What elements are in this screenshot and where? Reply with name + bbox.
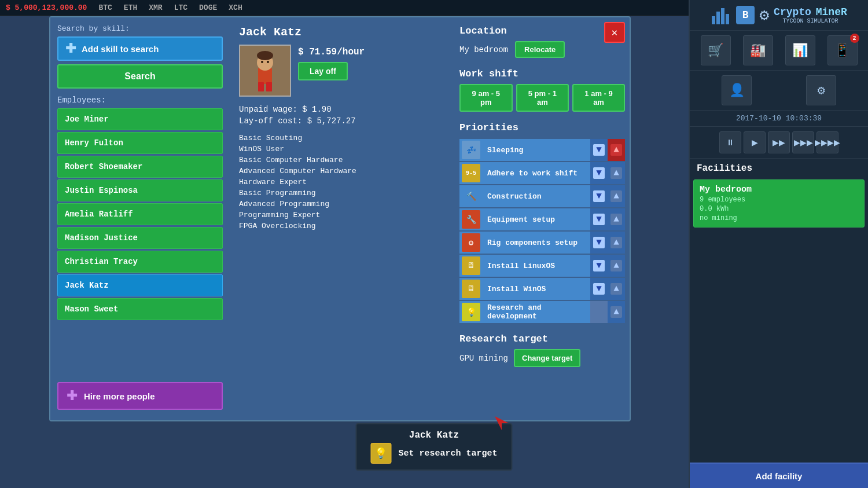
priority-research-up[interactable]: ▲	[608, 301, 625, 323]
employee-jack-katz[interactable]: Jack Katz	[57, 274, 223, 296]
employee-joe-miner[interactable]: Joe Miner	[57, 108, 223, 130]
employee-name-title: Jack Katz	[239, 25, 443, 39]
location-row: My bedroom Relocate	[459, 41, 625, 58]
priority-research: 💡 Research and development ▲	[459, 301, 625, 323]
priority-equipment-down[interactable]: ▼	[590, 208, 608, 230]
priority-rig-name: Rig components setup	[483, 232, 590, 254]
add-skill-plus-icon: ✚	[65, 41, 76, 56]
layoff-label: Lay off	[310, 67, 336, 76]
tooltip-research-icon: 💡	[370, 443, 391, 464]
priority-equipment-name: Equipment setup	[483, 208, 590, 230]
person-icon[interactable]: 👤	[722, 75, 752, 105]
fast-forward-button[interactable]: ▶▶	[768, 131, 790, 153]
factory-icon[interactable]: 🏭	[743, 35, 773, 65]
priority-linux-up[interactable]: ▲	[608, 255, 625, 277]
svg-rect-6	[258, 82, 264, 91]
priority-equipment: 🔧 Equipment setup ▼ ▲	[459, 208, 625, 230]
shift-5pm-1am[interactable]: 5 pm - 1 am	[516, 84, 569, 112]
sidebar-bottom-icons: 👤 ⚙	[690, 71, 868, 111]
employee-henry-fulton[interactable]: Henry Fulton	[57, 132, 223, 154]
tooltip-action: Set research target	[398, 449, 497, 458]
skill-basic-computer-hardware: Basic Computer Hardware	[239, 156, 443, 164]
priority-windows-name: Install WinOS	[483, 278, 590, 300]
layoff-button[interactable]: Lay off	[298, 62, 348, 80]
priority-linux-down[interactable]: ▼	[590, 255, 608, 277]
priority-sleeping-down[interactable]: ▼	[590, 139, 608, 161]
priority-construction-up[interactable]: ▲	[608, 185, 625, 207]
svg-rect-10	[721, 8, 724, 24]
sleeping-icon: 💤	[462, 141, 480, 159]
priority-research-down[interactable]	[590, 301, 608, 323]
facility-employees: 9 employees	[700, 196, 858, 204]
priority-rig-down[interactable]: ▼	[590, 232, 608, 254]
research-target-row: GPU mining Change target	[459, 349, 625, 367]
b-badge: B	[736, 6, 755, 24]
hire-more-people-button[interactable]: ✚ Hire more people	[57, 382, 223, 410]
priority-sleeping-up[interactable]: ▲	[608, 139, 625, 161]
employee-mason-sweet[interactable]: Mason Sweet	[57, 298, 223, 320]
priority-rig-up[interactable]: ▲	[608, 232, 625, 254]
relocate-button[interactable]: Relocate	[515, 41, 565, 58]
priority-sleeping: 💤 Sleeping ▼ ▲	[459, 139, 625, 161]
priority-sleeping-name: Sleeping	[483, 139, 590, 161]
priority-windows: 🖥 Install WinOS ▼ ▲	[459, 278, 625, 300]
faster-button[interactable]: ▶▶▶	[792, 131, 814, 153]
unpaid-wage-display: Unpaid wage: $ 1.90	[239, 105, 443, 114]
construction-icon: 🔨	[462, 187, 480, 206]
priority-work-shift-up[interactable]: ▲	[608, 162, 625, 184]
right-sidebar: B ⚙ Crypto MineR TYCOON SIMULATOR 🛒 🏭 📊 …	[689, 0, 868, 488]
pause-button[interactable]: ⏸	[719, 131, 741, 153]
priority-work-shift-name: Adhere to work shift	[483, 162, 590, 184]
skill-hardware-expert: Hardware Expert	[239, 178, 443, 186]
priority-work-shift-down[interactable]: ▼	[590, 162, 608, 184]
bar-chart-icon	[711, 5, 731, 25]
chart-icon[interactable]: 📊	[785, 35, 815, 65]
priority-windows-up[interactable]: ▲	[608, 278, 625, 300]
search-by-skill-label: Search by skill:	[57, 24, 223, 33]
search-button[interactable]: Search	[57, 64, 223, 89]
crypto-subtitle: TYCOON SIMULATOR	[774, 18, 847, 24]
priority-windows-down[interactable]: ▼	[590, 278, 608, 300]
wage-section: $ 71.59/hour Lay off	[298, 45, 365, 80]
shift-row: 9 am - 5 pm 5 pm - 1 am 1 am - 9 am	[459, 84, 625, 112]
add-facility-button[interactable]: Add facility	[690, 463, 868, 488]
priority-construction-down[interactable]: ▼	[590, 185, 608, 207]
close-button[interactable]: ✕	[604, 22, 625, 43]
cart-icon[interactable]: 🛒	[701, 35, 731, 65]
employee-madison-justice[interactable]: Madison Justice	[57, 227, 223, 249]
employee-list: Joe Miner Henry Fulton Robert Shoemaker …	[57, 108, 223, 320]
add-skill-button[interactable]: ✚ Add skill to search	[57, 36, 223, 61]
skills-list: Basic Scouting WinOS User Basic Computer…	[239, 134, 443, 230]
priority-construction-name: Construction	[483, 185, 590, 207]
facility-power: 0.0 kWh	[700, 205, 858, 213]
tooltip-name: Jack Katz	[370, 430, 497, 441]
priority-equipment-up[interactable]: ▲	[608, 208, 625, 230]
play-button[interactable]: ▶	[744, 131, 766, 153]
shift-1am-9am[interactable]: 1 am - 9 am	[572, 84, 625, 112]
priority-rig: ⚙ Rig components setup ▼ ▲	[459, 232, 625, 254]
xmr-label: XMR	[149, 3, 162, 12]
employee-justin-espinosa[interactable]: Justin Espinosa	[57, 179, 223, 201]
phone-icon[interactable]: 📱 2	[827, 35, 858, 65]
priority-research-name: Research and development	[483, 301, 590, 323]
priorities-title: Priorities	[459, 122, 625, 133]
search-label: Search	[124, 71, 155, 82]
skill-winos-user: WinOS User	[239, 145, 443, 153]
employee-robert-shoemaker[interactable]: Robert Shoemaker	[57, 156, 223, 178]
location-title: Location	[459, 25, 625, 36]
fastest-button[interactable]: ▶▶▶▶	[816, 131, 838, 153]
research-target-section: Research target GPU mining Change target	[459, 333, 625, 367]
employee-details-row: $ 71.59/hour Lay off	[239, 45, 443, 97]
sidebar-top-icons: 🛒 🏭 📊 📱 2	[690, 31, 868, 71]
rig-icon: ⚙	[462, 233, 480, 252]
employee-amelia-ratliff[interactable]: Amelia Ratliff	[57, 203, 223, 225]
facility-card[interactable]: My bedroom 9 employees 0.0 kWh no mining	[693, 179, 865, 228]
employee-christian-tracy[interactable]: Christian Tracy	[57, 251, 223, 273]
doge-label: DOGE	[199, 3, 217, 12]
employee-modal: ✕ Search by skill: ✚ Add skill to search…	[49, 16, 631, 421]
settings-icon[interactable]: ⚙	[806, 75, 836, 105]
shift-9am-5pm[interactable]: 9 am - 5 pm	[459, 84, 513, 112]
skill-advanced-computer-hardware: Advanced Computer Hardware	[239, 167, 443, 175]
linux-icon: 🖥	[462, 256, 480, 275]
change-target-button[interactable]: Change target	[514, 349, 580, 367]
